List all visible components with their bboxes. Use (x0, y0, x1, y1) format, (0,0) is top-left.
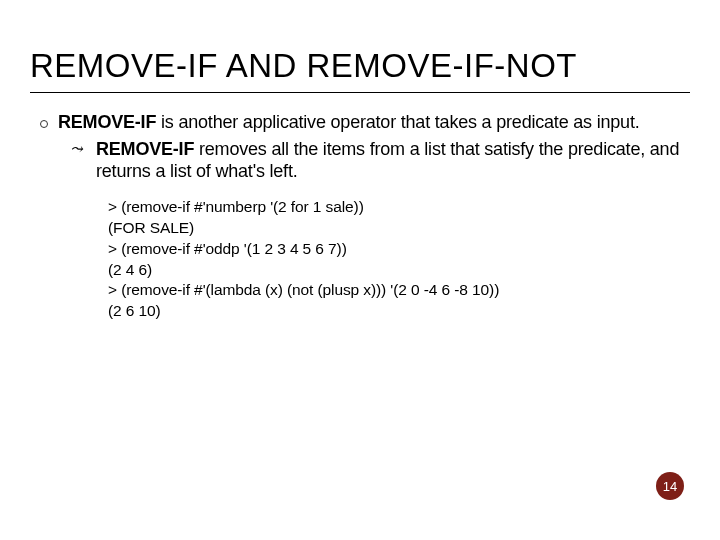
bullet-2-strong: REMOVE-IF (96, 139, 194, 159)
bullet-circle-icon (30, 114, 58, 137)
code-block: > (remove-if #'numberp '(2 for 1 sale)) … (30, 197, 690, 323)
code-line: > (remove-if #'numberp '(2 for 1 sale)) (108, 197, 690, 218)
code-line: > (remove-if #'(lambda (x) (not (plusp x… (108, 280, 690, 301)
code-line: (FOR SALE) (108, 218, 690, 239)
bullet-level-2: ⤳ REMOVE-IF removes all the items from a… (30, 138, 690, 183)
bullet-1-text: REMOVE-IF is another applicative operato… (58, 111, 690, 134)
bullet-level-1: REMOVE-IF is another applicative operato… (30, 111, 690, 134)
bullet-1-strong: REMOVE-IF (58, 112, 156, 132)
page-number-badge: 14 (656, 472, 684, 500)
bullet-1-rest: is another applicative operator that tak… (156, 112, 639, 132)
code-line: (2 6 10) (108, 301, 690, 322)
slide: REMOVE-IF AND REMOVE-IF-NOT REMOVE-IF is… (0, 0, 720, 540)
bullet-2-text: REMOVE-IF removes all the items from a l… (96, 138, 690, 183)
page-number: 14 (663, 479, 677, 494)
slide-title: REMOVE-IF AND REMOVE-IF-NOT (30, 48, 690, 84)
code-line: > (remove-if #'oddp '(1 2 3 4 5 6 7)) (108, 239, 690, 260)
title-underline (30, 92, 690, 93)
code-line: (2 4 6) (108, 260, 690, 281)
bullet-script-icon: ⤳ (70, 140, 96, 185)
